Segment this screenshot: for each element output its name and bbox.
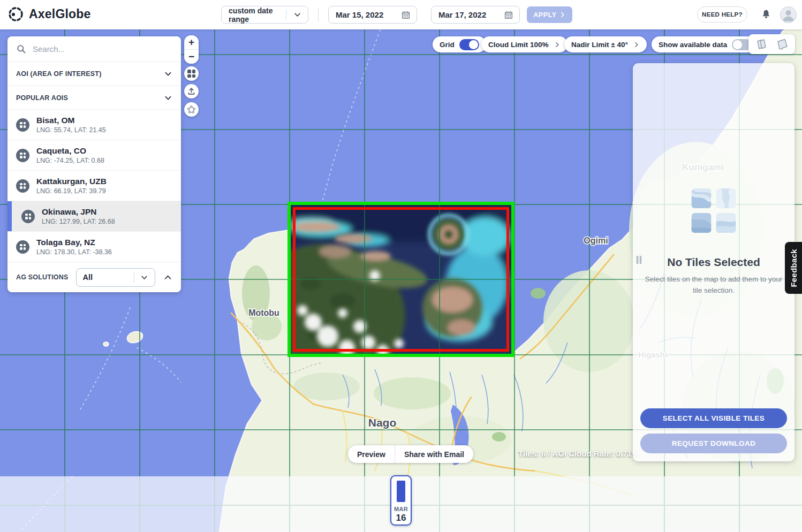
upload-aoi-button[interactable] (184, 84, 199, 98)
preview-button[interactable]: Preview (348, 445, 395, 463)
share-with-email-button[interactable]: Share with Email (395, 445, 473, 463)
aoi-item-tolaga-bay[interactable]: Tolaga Bay, NZLNG: 178.30, LAT: -38.36 (7, 231, 181, 262)
aoi-coords: LNG: -74.25, LAT: 0.68 (36, 157, 104, 164)
ag-solutions-label: AG SOLUTIONS (16, 273, 69, 281)
section-popular-aois[interactable]: POPULAR AOIS (7, 86, 181, 109)
preview-share-pill: Preview Share with Email (348, 445, 473, 463)
timeline-date-marker[interactable]: MAR 16 (390, 475, 412, 526)
chevron-down-icon (286, 11, 308, 19)
panel-title: No Tiles Selected (633, 256, 795, 269)
grid-toggle[interactable] (459, 39, 479, 50)
section-aoi-label: AOI (AREA OF INTEREST) (16, 70, 102, 78)
apply-button[interactable]: APPLY (527, 6, 572, 23)
date-range-select[interactable]: custom date range (221, 6, 308, 24)
chevron-down-icon (164, 70, 172, 78)
upload-icon (187, 87, 196, 96)
cloud-limit-pill[interactable]: Cloud Limit 100% (481, 36, 568, 52)
polygon-icon (186, 104, 196, 115)
chevron-right-icon (559, 11, 566, 18)
show-available-data-pill: Show available data (652, 36, 759, 52)
tiles-icon (16, 118, 29, 132)
tiles-icon (21, 210, 35, 223)
tile-footprint-icon (775, 37, 790, 51)
tiles-icon (16, 149, 29, 162)
feedback-label: Feedback (789, 249, 798, 287)
ag-solutions-row: AG SOLUTIONS All (7, 262, 181, 292)
scene-strips-icon (754, 37, 769, 51)
zoom-control: + − (184, 35, 199, 64)
tiles-icon (16, 179, 29, 193)
divider (318, 7, 319, 22)
aoi-name: Bisat, OM (36, 116, 106, 125)
ag-solutions-select[interactable]: All (76, 268, 155, 287)
nadir-limit-pill[interactable]: Nadir Limit ± 40° (564, 36, 647, 52)
chevron-right-icon (633, 41, 640, 48)
need-help-button[interactable]: NEED HELP? (697, 6, 747, 22)
toggle-knob (733, 40, 742, 49)
person-icon (781, 7, 796, 22)
app-name: AxelGlobe (29, 7, 91, 21)
cloud-limit-label: Cloud Limit 100% (488, 41, 549, 49)
tiles-icon (16, 240, 29, 254)
label-motobu: Motobu (248, 308, 279, 317)
aoi-coords: LNG: 55.74, LAT: 21.45 (36, 126, 106, 134)
aoi-item-kattakurgan[interactable]: Kattakurgan, UZBLNG: 66.19, LAT: 39.79 (7, 170, 181, 201)
search-row (7, 36, 181, 62)
aoi-name: Okinawa, JPN (42, 207, 115, 217)
start-date-field[interactable]: Mar 15, 2022 (328, 6, 417, 24)
tile-footprint-view-button[interactable] (775, 37, 790, 51)
aoi-item-caqueta[interactable]: Caqueta, COLNG: -74.25, LAT: 0.68 (7, 140, 181, 170)
panel-subtitle: Select tiles on the map to add them to y… (644, 274, 784, 297)
aoi-coords: LNG: 127.99, LAT: 26.68 (42, 218, 115, 225)
notifications-bell-icon[interactable] (760, 9, 772, 22)
calendar-icon (401, 10, 411, 20)
aoi-sidebar: AOI (AREA OF INTEREST) POPULAR AOIS Bisa… (7, 36, 181, 292)
aoi-name: Tolaga Bay, NZ (36, 238, 112, 247)
label-nago: Nago (368, 416, 397, 429)
section-popular-label: POPULAR AOIS (16, 94, 68, 102)
aoi-satellite-image[interactable] (289, 201, 521, 356)
nadir-limit-label: Nadir Limit ± 40° (571, 41, 628, 49)
start-date-value: Mar 15, 2022 (336, 10, 401, 19)
feedback-tab[interactable]: Feedback (785, 242, 802, 294)
search-input[interactable] (33, 44, 172, 54)
section-aoi[interactable]: AOI (AREA OF INTEREST) (7, 62, 181, 86)
label-ogimi: Ogimi (584, 236, 608, 245)
date-range-value: custom date range (222, 6, 286, 24)
toggle-knob (469, 40, 478, 49)
apply-label: APPLY (533, 11, 557, 19)
axelglobe-logo-icon (7, 6, 24, 22)
calendar-icon (504, 10, 513, 20)
tile-grid-tool-button[interactable] (184, 66, 199, 81)
aoi-coords: LNG: 178.30, LAT: -38.36 (36, 248, 112, 256)
end-date-field[interactable]: Mar 17, 2022 (431, 6, 520, 24)
top-bar: AxelGlobe custom date range Mar 15, 2022… (0, 0, 802, 29)
grid-toggle-label: Grid (440, 41, 455, 49)
user-avatar[interactable] (780, 6, 797, 23)
grid-toggle-pill: Grid (433, 36, 486, 52)
zoom-out-button[interactable]: − (184, 50, 199, 64)
aoi-name: Kattakurgan, UZB (36, 177, 107, 186)
draw-polygon-button[interactable] (184, 102, 199, 117)
need-help-label: NEED HELP? (702, 11, 743, 18)
scene-strips-view-button[interactable] (754, 37, 769, 51)
aoi-coords: LNG: 66.19, LAT: 39.79 (36, 187, 107, 195)
zoom-in-button[interactable]: + (184, 35, 199, 49)
aoi-item-okinawa-selected[interactable]: Okinawa, JPNLNG: 127.99, LAT: 26.68 (7, 201, 181, 231)
tiles-illustration (692, 188, 736, 233)
search-icon (16, 44, 26, 54)
collapse-chevron-up-icon[interactable] (163, 273, 172, 282)
timeline-month: MAR (394, 506, 408, 512)
timeline-day: 16 (396, 513, 406, 523)
request-download-button[interactable]: REQUEST DOWNLOAD (640, 434, 787, 453)
select-all-visible-tiles-button[interactable]: SELECT ALL VISIBLE TILES (640, 408, 787, 428)
aoi-name: Caqueta, CO (36, 146, 104, 156)
tile-selection-panel: No Tiles Selected Select tiles on the ma… (633, 63, 795, 461)
timeline-availability-bar (397, 481, 405, 502)
aoi-item-bisat[interactable]: Bisat, OMLNG: 55.74, LAT: 21.45 (7, 109, 181, 140)
app-logo: AxelGlobe (7, 6, 91, 22)
end-date-value: Mar 17, 2022 (438, 10, 504, 19)
chevron-right-icon (554, 41, 561, 48)
tiles-cloud-rate-status: Tiles: 6 / AOI Cloud Rate: 0.71% (518, 449, 639, 458)
show-available-data-label: Show available data (659, 41, 727, 49)
